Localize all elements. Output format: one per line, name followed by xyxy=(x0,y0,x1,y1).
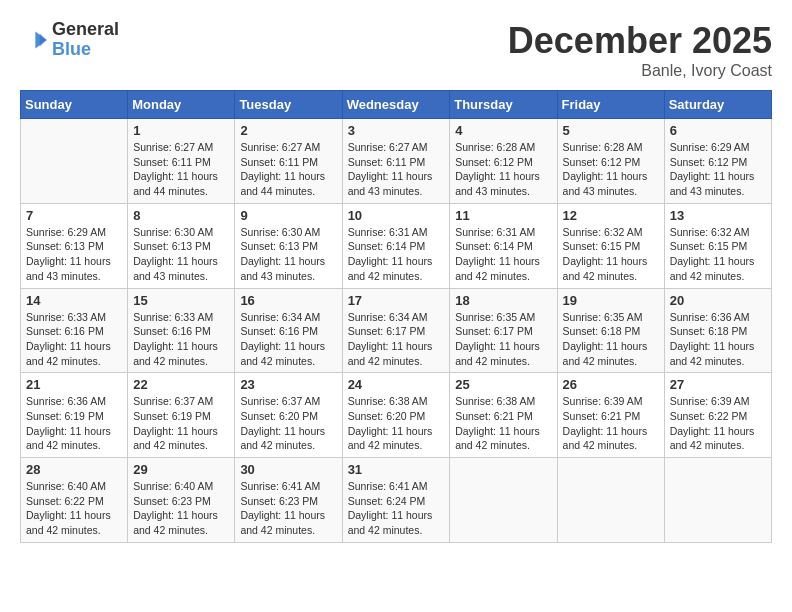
day-number: 7 xyxy=(26,208,122,223)
header-saturday: Saturday xyxy=(664,91,771,119)
day-info: Sunrise: 6:30 AM Sunset: 6:13 PM Dayligh… xyxy=(133,225,229,284)
header-monday: Monday xyxy=(128,91,235,119)
day-cell: 28Sunrise: 6:40 AM Sunset: 6:22 PM Dayli… xyxy=(21,458,128,543)
day-info: Sunrise: 6:34 AM Sunset: 6:17 PM Dayligh… xyxy=(348,310,445,369)
day-cell: 6Sunrise: 6:29 AM Sunset: 6:12 PM Daylig… xyxy=(664,119,771,204)
week-row-1: 1Sunrise: 6:27 AM Sunset: 6:11 PM Daylig… xyxy=(21,119,772,204)
logo-blue-text: Blue xyxy=(52,40,119,60)
day-cell: 4Sunrise: 6:28 AM Sunset: 6:12 PM Daylig… xyxy=(450,119,557,204)
day-info: Sunrise: 6:27 AM Sunset: 6:11 PM Dayligh… xyxy=(348,140,445,199)
day-number: 29 xyxy=(133,462,229,477)
day-info: Sunrise: 6:36 AM Sunset: 6:19 PM Dayligh… xyxy=(26,394,122,453)
month-title: December 2025 xyxy=(508,20,772,62)
day-info: Sunrise: 6:41 AM Sunset: 6:24 PM Dayligh… xyxy=(348,479,445,538)
header-wednesday: Wednesday xyxy=(342,91,450,119)
logo: General Blue xyxy=(20,20,119,60)
day-number: 3 xyxy=(348,123,445,138)
day-cell: 26Sunrise: 6:39 AM Sunset: 6:21 PM Dayli… xyxy=(557,373,664,458)
day-cell: 21Sunrise: 6:36 AM Sunset: 6:19 PM Dayli… xyxy=(21,373,128,458)
day-cell: 9Sunrise: 6:30 AM Sunset: 6:13 PM Daylig… xyxy=(235,203,342,288)
day-number: 13 xyxy=(670,208,766,223)
week-row-2: 7Sunrise: 6:29 AM Sunset: 6:13 PM Daylig… xyxy=(21,203,772,288)
day-info: Sunrise: 6:27 AM Sunset: 6:11 PM Dayligh… xyxy=(240,140,336,199)
day-info: Sunrise: 6:39 AM Sunset: 6:22 PM Dayligh… xyxy=(670,394,766,453)
day-number: 6 xyxy=(670,123,766,138)
day-number: 12 xyxy=(563,208,659,223)
logo-general-text: General xyxy=(52,20,119,40)
day-number: 14 xyxy=(26,293,122,308)
day-info: Sunrise: 6:37 AM Sunset: 6:20 PM Dayligh… xyxy=(240,394,336,453)
day-info: Sunrise: 6:34 AM Sunset: 6:16 PM Dayligh… xyxy=(240,310,336,369)
day-info: Sunrise: 6:30 AM Sunset: 6:13 PM Dayligh… xyxy=(240,225,336,284)
day-info: Sunrise: 6:35 AM Sunset: 6:18 PM Dayligh… xyxy=(563,310,659,369)
day-info: Sunrise: 6:41 AM Sunset: 6:23 PM Dayligh… xyxy=(240,479,336,538)
day-info: Sunrise: 6:38 AM Sunset: 6:21 PM Dayligh… xyxy=(455,394,551,453)
day-number: 8 xyxy=(133,208,229,223)
day-cell: 24Sunrise: 6:38 AM Sunset: 6:20 PM Dayli… xyxy=(342,373,450,458)
day-info: Sunrise: 6:40 AM Sunset: 6:22 PM Dayligh… xyxy=(26,479,122,538)
day-number: 20 xyxy=(670,293,766,308)
day-cell: 16Sunrise: 6:34 AM Sunset: 6:16 PM Dayli… xyxy=(235,288,342,373)
day-info: Sunrise: 6:28 AM Sunset: 6:12 PM Dayligh… xyxy=(563,140,659,199)
day-info: Sunrise: 6:35 AM Sunset: 6:17 PM Dayligh… xyxy=(455,310,551,369)
logo-icon xyxy=(20,26,48,54)
day-info: Sunrise: 6:29 AM Sunset: 6:13 PM Dayligh… xyxy=(26,225,122,284)
day-number: 16 xyxy=(240,293,336,308)
day-info: Sunrise: 6:32 AM Sunset: 6:15 PM Dayligh… xyxy=(563,225,659,284)
day-cell: 11Sunrise: 6:31 AM Sunset: 6:14 PM Dayli… xyxy=(450,203,557,288)
day-cell: 25Sunrise: 6:38 AM Sunset: 6:21 PM Dayli… xyxy=(450,373,557,458)
day-cell: 29Sunrise: 6:40 AM Sunset: 6:23 PM Dayli… xyxy=(128,458,235,543)
day-cell: 19Sunrise: 6:35 AM Sunset: 6:18 PM Dayli… xyxy=(557,288,664,373)
header-row: SundayMondayTuesdayWednesdayThursdayFrid… xyxy=(21,91,772,119)
day-info: Sunrise: 6:39 AM Sunset: 6:21 PM Dayligh… xyxy=(563,394,659,453)
day-cell: 15Sunrise: 6:33 AM Sunset: 6:16 PM Dayli… xyxy=(128,288,235,373)
day-number: 28 xyxy=(26,462,122,477)
week-row-3: 14Sunrise: 6:33 AM Sunset: 6:16 PM Dayli… xyxy=(21,288,772,373)
day-cell xyxy=(21,119,128,204)
day-cell: 14Sunrise: 6:33 AM Sunset: 6:16 PM Dayli… xyxy=(21,288,128,373)
day-info: Sunrise: 6:31 AM Sunset: 6:14 PM Dayligh… xyxy=(455,225,551,284)
day-info: Sunrise: 6:37 AM Sunset: 6:19 PM Dayligh… xyxy=(133,394,229,453)
day-cell: 18Sunrise: 6:35 AM Sunset: 6:17 PM Dayli… xyxy=(450,288,557,373)
day-number: 9 xyxy=(240,208,336,223)
day-number: 11 xyxy=(455,208,551,223)
day-number: 1 xyxy=(133,123,229,138)
day-cell: 30Sunrise: 6:41 AM Sunset: 6:23 PM Dayli… xyxy=(235,458,342,543)
day-info: Sunrise: 6:36 AM Sunset: 6:18 PM Dayligh… xyxy=(670,310,766,369)
day-cell xyxy=(450,458,557,543)
logo-text: General Blue xyxy=(52,20,119,60)
day-number: 31 xyxy=(348,462,445,477)
day-number: 27 xyxy=(670,377,766,392)
calendar-table: SundayMondayTuesdayWednesdayThursdayFrid… xyxy=(20,90,772,543)
day-cell: 13Sunrise: 6:32 AM Sunset: 6:15 PM Dayli… xyxy=(664,203,771,288)
day-info: Sunrise: 6:38 AM Sunset: 6:20 PM Dayligh… xyxy=(348,394,445,453)
svg-marker-1 xyxy=(40,33,47,47)
header-tuesday: Tuesday xyxy=(235,91,342,119)
day-number: 2 xyxy=(240,123,336,138)
day-cell: 5Sunrise: 6:28 AM Sunset: 6:12 PM Daylig… xyxy=(557,119,664,204)
day-number: 23 xyxy=(240,377,336,392)
day-cell xyxy=(557,458,664,543)
day-number: 25 xyxy=(455,377,551,392)
week-row-5: 28Sunrise: 6:40 AM Sunset: 6:22 PM Dayli… xyxy=(21,458,772,543)
day-info: Sunrise: 6:31 AM Sunset: 6:14 PM Dayligh… xyxy=(348,225,445,284)
page-header: General Blue December 2025 Banle, Ivory … xyxy=(20,20,772,80)
day-info: Sunrise: 6:40 AM Sunset: 6:23 PM Dayligh… xyxy=(133,479,229,538)
day-number: 30 xyxy=(240,462,336,477)
day-number: 17 xyxy=(348,293,445,308)
header-friday: Friday xyxy=(557,91,664,119)
day-number: 5 xyxy=(563,123,659,138)
day-cell xyxy=(664,458,771,543)
day-cell: 31Sunrise: 6:41 AM Sunset: 6:24 PM Dayli… xyxy=(342,458,450,543)
day-number: 24 xyxy=(348,377,445,392)
location: Banle, Ivory Coast xyxy=(508,62,772,80)
day-number: 18 xyxy=(455,293,551,308)
day-number: 19 xyxy=(563,293,659,308)
day-cell: 23Sunrise: 6:37 AM Sunset: 6:20 PM Dayli… xyxy=(235,373,342,458)
day-cell: 3Sunrise: 6:27 AM Sunset: 6:11 PM Daylig… xyxy=(342,119,450,204)
day-cell: 1Sunrise: 6:27 AM Sunset: 6:11 PM Daylig… xyxy=(128,119,235,204)
day-cell: 12Sunrise: 6:32 AM Sunset: 6:15 PM Dayli… xyxy=(557,203,664,288)
week-row-4: 21Sunrise: 6:36 AM Sunset: 6:19 PM Dayli… xyxy=(21,373,772,458)
title-area: December 2025 Banle, Ivory Coast xyxy=(508,20,772,80)
day-cell: 20Sunrise: 6:36 AM Sunset: 6:18 PM Dayli… xyxy=(664,288,771,373)
